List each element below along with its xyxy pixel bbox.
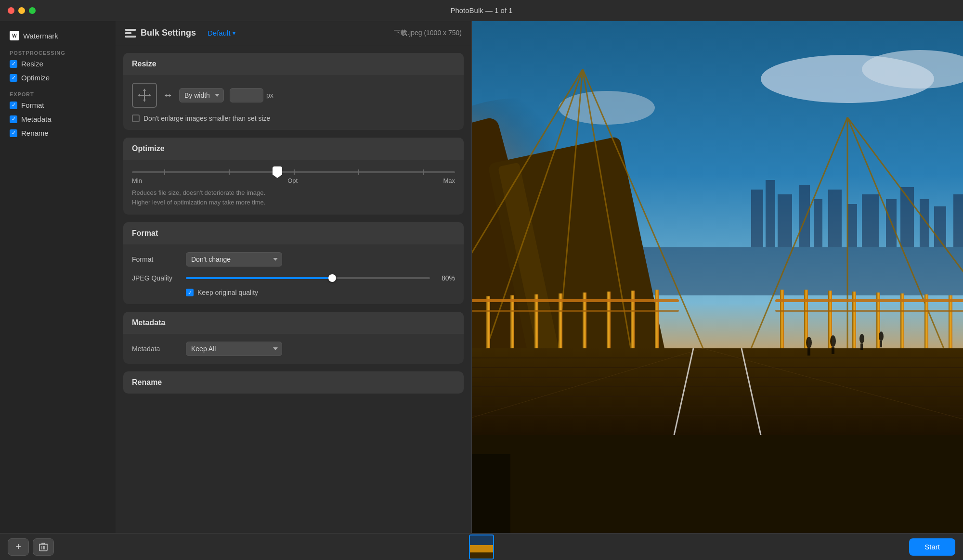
sidebar-item-optimize[interactable]: ✓ Optimize bbox=[6, 72, 110, 84]
keep-quality-row: ✓ Keep original quality bbox=[132, 289, 455, 296]
trash-icon bbox=[39, 542, 48, 552]
optimize-slider-track bbox=[132, 171, 455, 173]
file-info: 下载.jpeg (1000 x 750) bbox=[394, 29, 462, 38]
resize-section-header: Resize bbox=[123, 53, 464, 75]
svg-marker-5 bbox=[149, 94, 151, 97]
quality-thumb[interactable] bbox=[328, 274, 336, 282]
svg-marker-2 bbox=[143, 89, 146, 91]
quality-track bbox=[186, 277, 430, 279]
svg-rect-88 bbox=[472, 454, 510, 533]
svg-rect-16 bbox=[799, 185, 810, 247]
resize-checkbox[interactable]: ✓ bbox=[10, 60, 17, 68]
svg-rect-57 bbox=[486, 296, 490, 348]
preview-panel bbox=[472, 21, 963, 533]
quality-row: JPEG Quality 80% bbox=[132, 273, 455, 283]
resize-mode-select[interactable]: By width bbox=[179, 88, 224, 102]
dont-enlarge-row: Don't enlarge images smaller than set si… bbox=[132, 115, 455, 122]
check-icon-4: ✓ bbox=[12, 116, 16, 122]
svg-point-79 bbox=[806, 337, 812, 348]
optimize-opt-label: Opt bbox=[287, 177, 298, 184]
svg-rect-14 bbox=[766, 180, 775, 247]
resize-card: Resize ↔ bbox=[123, 53, 464, 130]
svg-rect-17 bbox=[814, 199, 822, 247]
add-button[interactable]: + bbox=[8, 538, 29, 556]
format-select[interactable]: Don't change bbox=[186, 252, 282, 267]
svg-rect-34 bbox=[472, 348, 963, 435]
check-icon-3: ✓ bbox=[12, 102, 16, 108]
format-checkbox[interactable]: ✓ bbox=[10, 102, 17, 109]
sidebar-item-watermark[interactable]: W Watermark bbox=[6, 29, 110, 42]
add-icon: + bbox=[15, 541, 21, 552]
sidebar-item-rename[interactable]: ✓ Rename bbox=[6, 127, 110, 139]
svg-point-85 bbox=[879, 331, 884, 341]
dont-enlarge-checkbox[interactable] bbox=[132, 115, 140, 122]
format-card: Format Format Don't change JPEG Quality bbox=[123, 222, 464, 304]
format-section-header: Format bbox=[123, 222, 464, 244]
svg-rect-96 bbox=[470, 552, 494, 560]
start-button[interactable]: Start bbox=[909, 538, 955, 556]
quality-value: 80% bbox=[436, 274, 455, 282]
svg-rect-75 bbox=[472, 299, 679, 302]
maximize-button[interactable] bbox=[29, 7, 36, 14]
resize-arrow-icon: ↔ bbox=[163, 89, 173, 102]
optimize-checkbox[interactable]: ✓ bbox=[10, 74, 17, 82]
svg-rect-82 bbox=[832, 347, 834, 354]
optimize-card: Optimize Min Opt Max bbox=[123, 138, 464, 215]
svg-rect-72 bbox=[949, 295, 952, 348]
svg-rect-59 bbox=[534, 294, 538, 348]
check-icon-2: ✓ bbox=[12, 75, 16, 80]
rename-checkbox[interactable]: ✓ bbox=[10, 129, 17, 137]
optimize-slider-thumb[interactable] bbox=[273, 166, 282, 178]
thumbnail-preview[interactable] bbox=[469, 535, 494, 560]
quality-field-label: JPEG Quality bbox=[132, 274, 180, 282]
chevron-down-icon: ▾ bbox=[233, 30, 235, 37]
watermark-icon: W bbox=[10, 31, 19, 40]
svg-point-81 bbox=[830, 335, 836, 347]
optimize-min-label: Min bbox=[132, 177, 142, 184]
px-input-container: px bbox=[230, 88, 273, 102]
watermark-label: Watermark bbox=[23, 32, 58, 40]
keep-quality-checkbox[interactable]: ✓ bbox=[186, 289, 194, 296]
metadata-section-header: Metadata bbox=[123, 312, 464, 334]
default-dropdown[interactable]: Default ▾ bbox=[208, 29, 235, 37]
check-icon-5: ✓ bbox=[12, 130, 16, 136]
svg-rect-58 bbox=[510, 295, 514, 348]
svg-rect-78 bbox=[775, 310, 963, 312]
titlebar: PhotoBulk — 1 of 1 bbox=[0, 0, 963, 21]
optimize-label: Optimize bbox=[21, 74, 50, 82]
svg-rect-25 bbox=[953, 194, 963, 247]
thumbnail-svg bbox=[470, 535, 494, 560]
postprocessing-section-label: POSTPROCESSING bbox=[6, 44, 110, 58]
sidebar-item-metadata[interactable]: ✓ Metadata bbox=[6, 113, 110, 125]
px-label: px bbox=[266, 91, 273, 99]
svg-rect-77 bbox=[472, 310, 679, 312]
traffic-lights bbox=[8, 7, 36, 14]
preview-image bbox=[472, 21, 963, 533]
metadata-select[interactable]: Keep All bbox=[186, 342, 282, 356]
resize-arrows-svg bbox=[137, 88, 152, 102]
sidebar-item-resize[interactable]: ✓ Resize bbox=[6, 58, 110, 70]
start-label: Start bbox=[924, 543, 940, 551]
svg-rect-13 bbox=[751, 190, 763, 247]
delete-button[interactable] bbox=[33, 538, 54, 556]
svg-rect-64 bbox=[655, 290, 659, 348]
dont-enlarge-label: Don't enlarge images smaller than set si… bbox=[143, 115, 270, 122]
window-title: PhotoBulk — 1 of 1 bbox=[450, 6, 512, 14]
close-button[interactable] bbox=[8, 7, 14, 14]
svg-rect-80 bbox=[807, 348, 810, 356]
bulk-settings-icon bbox=[125, 29, 136, 38]
thumbnail-image bbox=[470, 535, 493, 559]
optimize-desc-line1: Reduces file size, doesn't deteriorate t… bbox=[132, 189, 265, 196]
bulk-settings-title: Bulk Settings bbox=[141, 28, 196, 38]
sidebar-item-format[interactable]: ✓ Format bbox=[6, 99, 110, 111]
quality-slider[interactable] bbox=[186, 273, 430, 283]
format-row: Format Don't change bbox=[132, 252, 455, 267]
keep-quality-check-icon: ✓ bbox=[188, 290, 192, 296]
metadata-label: Metadata bbox=[21, 115, 52, 123]
width-input[interactable] bbox=[230, 88, 263, 102]
rename-label: Rename bbox=[21, 129, 49, 137]
svg-rect-23 bbox=[920, 199, 929, 247]
minimize-button[interactable] bbox=[18, 7, 25, 14]
svg-rect-65 bbox=[780, 290, 784, 348]
metadata-checkbox[interactable]: ✓ bbox=[10, 115, 17, 123]
